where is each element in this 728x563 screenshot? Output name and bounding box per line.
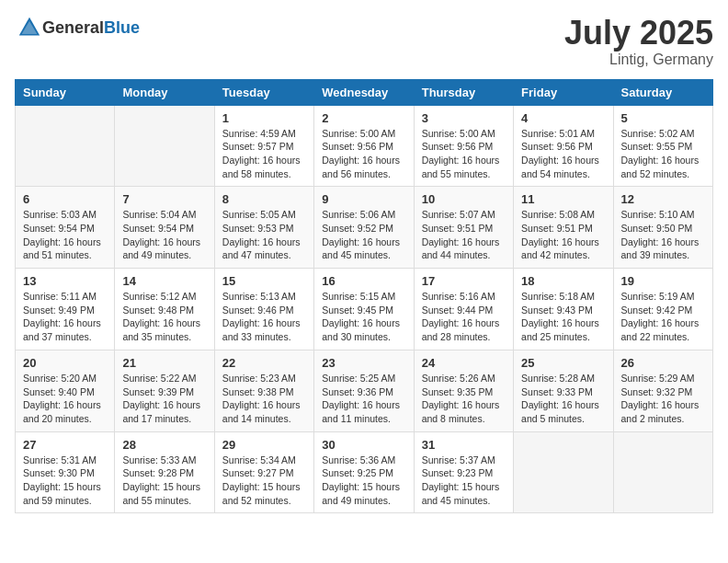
day-number: 9 [322, 192, 405, 206]
month-title: July 2025 [564, 15, 713, 52]
calendar-cell: 17Sunrise: 5:16 AM Sunset: 9:44 PM Dayli… [414, 269, 513, 350]
day-info: Sunrise: 5:01 AM Sunset: 9:56 PM Dayligh… [521, 127, 605, 181]
calendar-week-2: 6Sunrise: 5:03 AM Sunset: 9:54 PM Daylig… [16, 187, 713, 269]
calendar-cell: 19Sunrise: 5:19 AM Sunset: 9:42 PM Dayli… [613, 269, 712, 350]
day-number: 1 [222, 111, 306, 125]
day-number: 22 [222, 356, 306, 370]
calendar-week-3: 13Sunrise: 5:11 AM Sunset: 9:49 PM Dayli… [16, 269, 713, 350]
day-number: 2 [322, 111, 405, 125]
weekday-header-thursday: Thursday [414, 79, 513, 105]
calendar-header-row: SundayMondayTuesdayWednesdayThursdayFrid… [16, 79, 713, 105]
day-info: Sunrise: 5:28 AM Sunset: 9:33 PM Dayligh… [521, 372, 605, 426]
page-header: GeneralBlue July 2025 Lintig, Germany [15, 15, 713, 68]
calendar-cell [16, 105, 115, 187]
calendar-cell: 9Sunrise: 5:06 AM Sunset: 9:52 PM Daylig… [314, 187, 414, 269]
day-number: 30 [322, 438, 405, 452]
weekday-header-wednesday: Wednesday [314, 79, 414, 105]
day-info: Sunrise: 5:11 AM Sunset: 9:49 PM Dayligh… [23, 290, 107, 344]
logo: GeneralBlue [15, 15, 140, 40]
weekday-header-monday: Monday [115, 79, 214, 105]
day-info: Sunrise: 5:20 AM Sunset: 9:40 PM Dayligh… [23, 372, 107, 426]
day-info: Sunrise: 5:29 AM Sunset: 9:32 PM Dayligh… [621, 372, 705, 426]
calendar-cell: 16Sunrise: 5:15 AM Sunset: 9:45 PM Dayli… [314, 269, 414, 350]
calendar-cell: 21Sunrise: 5:22 AM Sunset: 9:39 PM Dayli… [115, 350, 214, 431]
calendar-cell: 6Sunrise: 5:03 AM Sunset: 9:54 PM Daylig… [16, 187, 115, 269]
day-number: 4 [521, 111, 605, 125]
calendar-week-5: 27Sunrise: 5:31 AM Sunset: 9:30 PM Dayli… [16, 431, 713, 513]
day-info: Sunrise: 5:12 AM Sunset: 9:48 PM Dayligh… [122, 290, 206, 344]
day-number: 11 [521, 192, 605, 206]
logo-blue-text: Blue [104, 18, 140, 37]
day-number: 6 [23, 192, 107, 206]
day-number: 20 [23, 356, 107, 370]
day-info: Sunrise: 5:34 AM Sunset: 9:27 PM Dayligh… [222, 454, 306, 508]
weekday-header-sunday: Sunday [16, 79, 115, 105]
calendar-cell: 20Sunrise: 5:20 AM Sunset: 9:40 PM Dayli… [16, 350, 115, 431]
day-info: Sunrise: 5:02 AM Sunset: 9:55 PM Dayligh… [621, 127, 705, 181]
day-number: 10 [422, 192, 506, 206]
calendar-cell: 28Sunrise: 5:33 AM Sunset: 9:28 PM Dayli… [115, 431, 214, 513]
weekday-header-saturday: Saturday [613, 79, 712, 105]
day-number: 5 [621, 111, 705, 125]
logo-general-text: General [42, 18, 104, 37]
day-info: Sunrise: 5:23 AM Sunset: 9:38 PM Dayligh… [222, 372, 306, 426]
day-number: 25 [521, 356, 605, 370]
calendar-cell: 10Sunrise: 5:07 AM Sunset: 9:51 PM Dayli… [414, 187, 513, 269]
calendar-cell: 12Sunrise: 5:10 AM Sunset: 9:50 PM Dayli… [613, 187, 712, 269]
day-info: Sunrise: 5:33 AM Sunset: 9:28 PM Dayligh… [122, 454, 206, 508]
calendar-cell: 30Sunrise: 5:36 AM Sunset: 9:25 PM Dayli… [314, 431, 414, 513]
calendar-cell: 22Sunrise: 5:23 AM Sunset: 9:38 PM Dayli… [214, 350, 313, 431]
calendar-cell: 1Sunrise: 4:59 AM Sunset: 9:57 PM Daylig… [214, 105, 313, 187]
calendar-cell: 24Sunrise: 5:26 AM Sunset: 9:35 PM Dayli… [414, 350, 513, 431]
day-number: 26 [621, 356, 705, 370]
day-number: 23 [322, 356, 405, 370]
calendar-cell: 4Sunrise: 5:01 AM Sunset: 9:56 PM Daylig… [514, 105, 613, 187]
location: Lintig, Germany [564, 52, 713, 68]
day-number: 28 [122, 438, 206, 452]
calendar-week-1: 1Sunrise: 4:59 AM Sunset: 9:57 PM Daylig… [16, 105, 713, 187]
day-info: Sunrise: 5:05 AM Sunset: 9:53 PM Dayligh… [222, 208, 306, 262]
day-number: 21 [122, 356, 206, 370]
day-number: 29 [222, 438, 306, 452]
calendar-cell: 29Sunrise: 5:34 AM Sunset: 9:27 PM Dayli… [214, 431, 313, 513]
calendar-week-4: 20Sunrise: 5:20 AM Sunset: 9:40 PM Dayli… [16, 350, 713, 431]
day-number: 8 [222, 192, 306, 206]
day-info: Sunrise: 5:15 AM Sunset: 9:45 PM Dayligh… [322, 290, 405, 344]
day-number: 14 [122, 274, 206, 288]
calendar-cell: 8Sunrise: 5:05 AM Sunset: 9:53 PM Daylig… [214, 187, 313, 269]
calendar-cell [613, 431, 712, 513]
weekday-header-friday: Friday [514, 79, 613, 105]
day-info: Sunrise: 5:13 AM Sunset: 9:46 PM Dayligh… [222, 290, 306, 344]
day-info: Sunrise: 5:04 AM Sunset: 9:54 PM Dayligh… [122, 208, 206, 262]
calendar-cell: 14Sunrise: 5:12 AM Sunset: 9:48 PM Dayli… [115, 269, 214, 350]
day-info: Sunrise: 5:08 AM Sunset: 9:51 PM Dayligh… [521, 208, 605, 262]
calendar-cell: 2Sunrise: 5:00 AM Sunset: 9:56 PM Daylig… [314, 105, 414, 187]
day-number: 3 [422, 111, 506, 125]
calendar-cell [514, 431, 613, 513]
day-number: 17 [422, 274, 506, 288]
day-number: 7 [122, 192, 206, 206]
calendar-cell: 25Sunrise: 5:28 AM Sunset: 9:33 PM Dayli… [514, 350, 613, 431]
calendar-cell: 13Sunrise: 5:11 AM Sunset: 9:49 PM Dayli… [16, 269, 115, 350]
day-number: 31 [422, 438, 506, 452]
day-number: 16 [322, 274, 405, 288]
day-info: Sunrise: 5:37 AM Sunset: 9:23 PM Dayligh… [422, 454, 506, 508]
day-number: 12 [621, 192, 705, 206]
day-info: Sunrise: 5:19 AM Sunset: 9:42 PM Dayligh… [621, 290, 705, 344]
day-number: 24 [422, 356, 506, 370]
calendar-cell: 23Sunrise: 5:25 AM Sunset: 9:36 PM Dayli… [314, 350, 414, 431]
day-info: Sunrise: 5:31 AM Sunset: 9:30 PM Dayligh… [23, 454, 107, 508]
day-info: Sunrise: 5:36 AM Sunset: 9:25 PM Dayligh… [322, 454, 405, 508]
day-number: 18 [521, 274, 605, 288]
day-number: 19 [621, 274, 705, 288]
title-area: July 2025 Lintig, Germany [564, 15, 713, 68]
day-info: Sunrise: 5:10 AM Sunset: 9:50 PM Dayligh… [621, 208, 705, 262]
logo-icon [17, 15, 42, 40]
day-info: Sunrise: 4:59 AM Sunset: 9:57 PM Dayligh… [222, 127, 306, 181]
weekday-header-tuesday: Tuesday [214, 79, 313, 105]
day-number: 13 [23, 274, 107, 288]
day-info: Sunrise: 5:16 AM Sunset: 9:44 PM Dayligh… [422, 290, 506, 344]
day-info: Sunrise: 5:06 AM Sunset: 9:52 PM Dayligh… [322, 208, 405, 262]
calendar-cell: 26Sunrise: 5:29 AM Sunset: 9:32 PM Dayli… [613, 350, 712, 431]
day-info: Sunrise: 5:26 AM Sunset: 9:35 PM Dayligh… [422, 372, 506, 426]
